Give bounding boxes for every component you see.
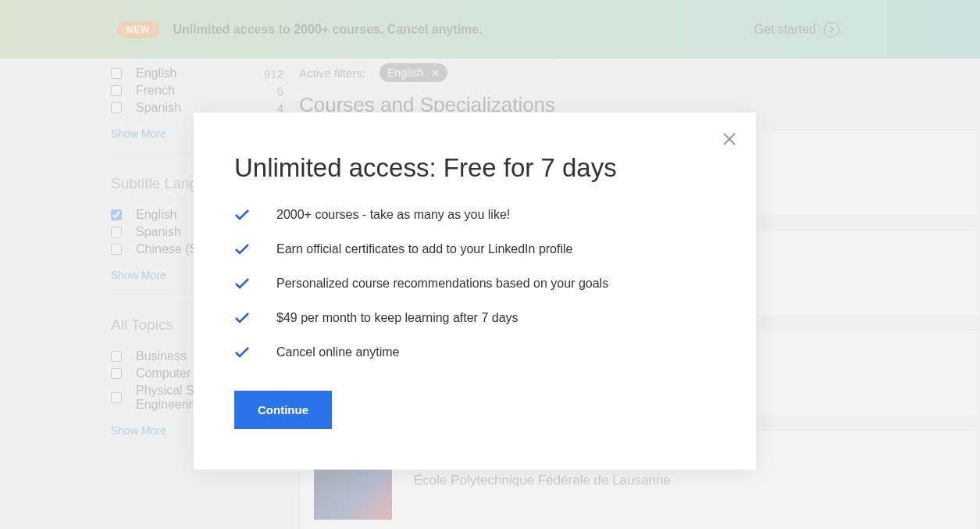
close-icon [722, 131, 737, 147]
check-icon [234, 346, 250, 359]
benefit-text: $49 per month to keep learning after 7 d… [276, 311, 519, 325]
benefit-text: Personalized course recommendations base… [276, 277, 608, 291]
check-icon [234, 243, 250, 256]
benefit-text: Earn official certificates to add to you… [276, 242, 572, 256]
benefit-row: $49 per month to keep learning after 7 d… [234, 311, 715, 325]
benefit-row: 2000+ courses - take as many as you like… [234, 208, 715, 222]
benefit-text: 2000+ courses - take as many as you like… [276, 208, 510, 222]
check-icon [234, 277, 250, 290]
benefit-text: Cancel online anytime [276, 345, 399, 359]
benefit-row: Personalized course recommendations base… [234, 277, 715, 291]
modal-title: Unlimited access: Free for 7 days [234, 153, 715, 183]
benefit-row: Cancel online anytime [234, 345, 715, 359]
benefit-row: Earn official certificates to add to you… [234, 242, 715, 256]
continue-button[interactable]: Continue [234, 391, 332, 429]
modal-close-button[interactable] [722, 131, 737, 147]
check-icon [234, 312, 250, 324]
check-icon [234, 209, 250, 221]
upsell-modal: Unlimited access: Free for 7 days 2000+ … [194, 113, 756, 470]
